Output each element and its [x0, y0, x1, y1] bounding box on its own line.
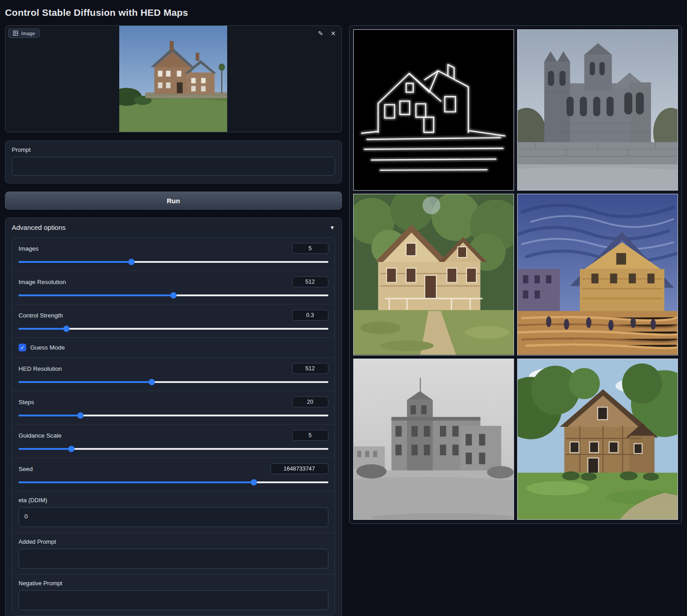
gallery-item-stone-cathedral[interactable] [517, 29, 678, 191]
steps-slider-fill [19, 415, 80, 416]
image-icon [13, 30, 19, 36]
eta-input[interactable]: 0 [19, 507, 328, 527]
app-page: Control Stable Diffusion with HED Maps I… [0, 0, 687, 616]
guess-mode-checkbox[interactable]: ✓ [19, 344, 26, 351]
guidance-scale-slider-group: Guidance Scale 5 [12, 425, 335, 458]
edit-image-button[interactable]: ✎ [317, 29, 324, 37]
advanced-options-accordion[interactable]: Advanced options ▼ [12, 224, 335, 231]
check-icon: ✓ [20, 345, 24, 351]
hed-resolution-value-input[interactable]: 512 [292, 363, 328, 374]
control-strength-slider-label: Control Strength [19, 312, 63, 319]
accordion-arrow-icon: ▼ [330, 224, 335, 231]
seed-slider-label: Seed [19, 466, 33, 472]
advanced-options-body: Images 5 Image Resolution 512 [12, 237, 335, 616]
input-image [5, 26, 341, 132]
negative-prompt-group: Negative Prompt [12, 574, 335, 616]
eta-label: eta (DDIM) [19, 497, 328, 504]
impressionist-building-art [518, 194, 678, 355]
guidance-scale-slider-fill [19, 448, 71, 450]
seed-slider-handle[interactable] [251, 479, 257, 485]
seed-slider-fill [19, 481, 254, 483]
advanced-options-title: Advanced options [12, 224, 65, 231]
image-resolution-slider-label: Image Resolution [19, 279, 66, 285]
control-strength-slider-group: Control Strength 0.3 [12, 304, 335, 338]
gallery-item-grayscale-building[interactable] [353, 359, 514, 520]
controls-column: Image ✎ ✕ [5, 25, 342, 616]
image-resolution-slider[interactable] [19, 292, 328, 299]
guidance-scale-slider-label: Guidance Scale [19, 432, 61, 439]
hed-resolution-slider-handle[interactable] [149, 379, 155, 385]
guidance-scale-slider[interactable] [19, 446, 328, 452]
rustic-farmhouse-art [518, 359, 678, 519]
image-resolution-slider-group: Image Resolution 512 [12, 271, 335, 304]
images-slider-fill [19, 261, 131, 263]
images-slider[interactable] [19, 259, 328, 265]
images-slider-label: Images [19, 245, 38, 252]
steps-slider-group: Steps 20 [12, 391, 335, 425]
stone-cathedral-art [518, 30, 678, 190]
hed-resolution-slider-group: HED Resolution 512 [12, 358, 335, 391]
steps-slider-handle[interactable] [77, 412, 84, 419]
image-resolution-slider-fill [19, 294, 173, 296]
images-slider-group: Images 5 [12, 238, 335, 271]
steps-slider[interactable] [19, 412, 328, 419]
result-gallery [349, 25, 682, 524]
gallery-item-rustic-farmhouse[interactable] [517, 359, 678, 520]
steps-value-input[interactable]: 20 [292, 397, 328, 407]
hed-resolution-slider-fill [19, 381, 152, 383]
gallery-item-hed-edge-map[interactable] [353, 29, 514, 191]
negative-prompt-input[interactable] [19, 590, 328, 610]
guidance-scale-slider-handle[interactable] [68, 446, 75, 452]
control-strength-slider-fill [19, 328, 66, 330]
negative-prompt-label: Negative Prompt [19, 580, 328, 587]
control-strength-value-input[interactable]: 0.3 [292, 310, 328, 321]
hed-resolution-slider[interactable] [19, 379, 328, 385]
seed-slider[interactable] [19, 479, 328, 485]
hed-edge-map-art [354, 30, 514, 190]
image-resolution-value-input[interactable]: 512 [292, 276, 328, 287]
house-photo-art [119, 26, 227, 132]
guess-mode-label: Guess Mode [30, 344, 65, 351]
added-prompt-label: Added Prompt [19, 538, 328, 545]
clear-image-button[interactable]: ✕ [330, 29, 337, 37]
page-title: Control Stable Diffusion with HED Maps [5, 7, 682, 18]
eta-group: eta (DDIM) 0 [12, 491, 335, 533]
painted-cottage-art [354, 194, 514, 355]
control-strength-slider[interactable] [19, 326, 328, 332]
added-prompt-group: Added Prompt [12, 533, 335, 574]
images-slider-handle[interactable] [128, 259, 135, 265]
grayscale-building-art [354, 359, 514, 519]
prompt-label: Prompt [12, 146, 335, 153]
gallery-item-impressionist-building[interactable] [517, 194, 678, 355]
guess-mode-row: ✓ Guess Mode [12, 338, 335, 358]
advanced-options-block: Advanced options ▼ Images 5 [5, 218, 342, 616]
prompt-block: Prompt [5, 140, 342, 183]
run-button[interactable]: Run [5, 191, 342, 210]
steps-slider-label: Steps [19, 399, 34, 406]
input-image-component[interactable]: Image ✎ ✕ [5, 25, 342, 132]
control-strength-slider-handle[interactable] [63, 326, 70, 332]
image-actions: ✎ ✕ [317, 29, 336, 37]
seed-slider-group: Seed 1648733747 [12, 458, 335, 491]
added-prompt-input[interactable] [19, 549, 328, 569]
prompt-input[interactable] [12, 157, 335, 176]
image-resolution-slider-handle[interactable] [170, 292, 177, 299]
seed-value-input[interactable]: 1648733747 [271, 463, 328, 474]
images-value-input[interactable]: 5 [292, 243, 328, 254]
image-label-badge: Image [8, 28, 40, 38]
guidance-scale-value-input[interactable]: 5 [292, 430, 328, 441]
gallery-item-painted-cottage[interactable] [353, 194, 514, 355]
image-label: Image [21, 31, 35, 36]
hed-resolution-slider-label: HED Resolution [19, 365, 62, 372]
